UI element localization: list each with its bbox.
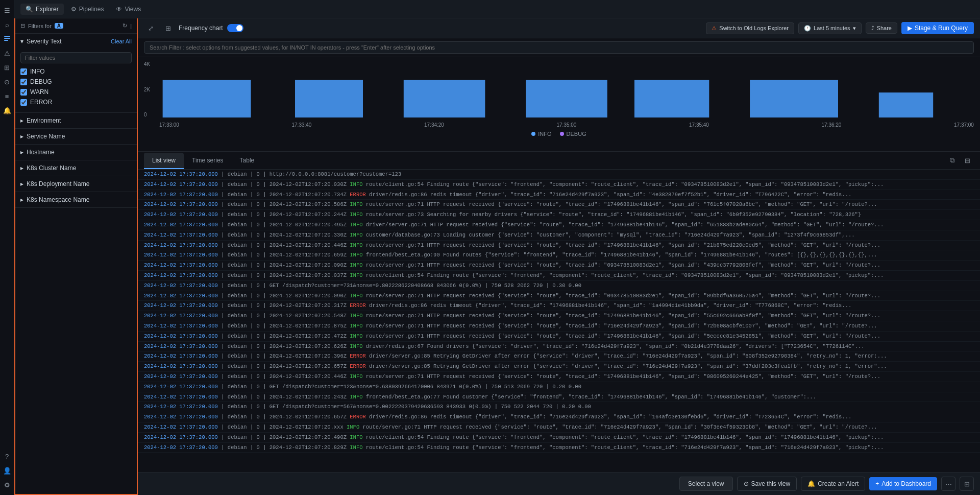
collapse-icon[interactable]: | (130, 23, 132, 29)
copy-icon[interactable]: ⧉ (945, 154, 959, 167)
clock-icon: 🕐 (804, 25, 811, 32)
log-row[interactable]: 2024-12-02 17:37:20.000 | debian | 0 | 2… (138, 332, 980, 342)
view-tab-icons: ⧉ ⊟ (945, 152, 974, 169)
log-row[interactable]: 2024-12-02 17:37:20.000 | debian | 0 | 2… (138, 372, 980, 382)
chevron-down-icon: ▾ (853, 25, 856, 32)
filter-header: ⊟ Filters for A ↻ | (15, 18, 137, 34)
settings-panel-icon[interactable]: ⊞ (161, 21, 175, 35)
log-row[interactable]: 2024-12-02 17:37:20.000 | debian | 0 | 2… (138, 271, 980, 281)
error-checkbox[interactable] (20, 99, 27, 106)
chart-x-labels: 17:33:00 17:33:40 17:34:20 17:35:00 17:3… (159, 122, 974, 128)
chart-y-labels: 4K 2K 0 (144, 61, 159, 117)
log-row[interactable]: 2024-12-02 17:37:20.000 | debian | 0 | 2… (138, 422, 980, 433)
log-row[interactable]: 2024-12-02 17:37:20.000 | debian | 0 | 2… (138, 180, 980, 190)
help-icon[interactable]: ? (1, 450, 13, 462)
service-name-header[interactable]: ▸ Service Name (15, 129, 137, 144)
info-checkbox[interactable] (20, 68, 27, 75)
log-row[interactable]: 2024-12-02 17:37:20.000 | debian | 0 | G… (138, 382, 980, 392)
k8s-namespace-header[interactable]: ▸ K8s Namespace Name (15, 192, 137, 207)
tab-time-series[interactable]: Time series (184, 153, 232, 169)
log-row[interactable]: 2024-12-02 17:37:20.000 | debian | 0 | 2… (138, 220, 980, 230)
log-row[interactable]: 2024-12-02 17:37:20.000 | debian | 0 | h… (138, 170, 980, 180)
create-alert-button[interactable]: 🔔 Create an Alert (801, 477, 865, 491)
severity-text-header[interactable]: ▾ Severity Text Clear All (15, 34, 137, 49)
tab-pipelines[interactable]: ⚙ Pipelines (66, 4, 109, 15)
plus-icon: + (875, 480, 879, 487)
log-row[interactable]: 2024-12-02 17:37:20.000 | debian | 0 | 2… (138, 443, 980, 453)
content-area: ⤢ ⊞ Frequency chart ⚠ Switch to Old Logs… (138, 18, 980, 495)
log-row[interactable]: 2024-12-02 17:37:20.000 | debian | 0 | 2… (138, 301, 980, 311)
menu-icon[interactable]: ☰ (1, 4, 13, 16)
log-row[interactable]: 2024-12-02 17:37:20.000 | debian | 0 | 2… (138, 342, 980, 352)
stage-run-button[interactable]: ▶ Stage & Run Query (901, 22, 974, 34)
top-nav: 🔍 Explorer ⚙ Pipelines 👁 Views (14, 0, 980, 18)
chart-area: 4K 2K 0 (138, 57, 980, 152)
warn-checkbox[interactable] (20, 89, 27, 96)
log-row[interactable]: 2024-12-02 17:37:20.000 | debian | 0 | 2… (138, 230, 980, 241)
environment-header[interactable]: ▸ Environment (15, 113, 137, 128)
dashboard-icon[interactable]: ⊞ (1, 61, 13, 74)
log-row[interactable]: 2024-12-02 17:37:20.000 | debian | 0 | 2… (138, 351, 980, 362)
add-dashboard-button[interactable]: + Add to Dashboard (869, 477, 937, 490)
checkbox-info: INFO (20, 66, 132, 77)
frequency-chart-toggle[interactable] (227, 24, 243, 32)
log-row[interactable]: 2024-12-02 17:37:20.000 | debian | 0 | 2… (138, 250, 980, 261)
alert-icon[interactable]: ⚠ (1, 47, 13, 59)
share-button[interactable]: ⤴ Share (866, 22, 897, 34)
columns-icon[interactable]: ⊟ (961, 154, 974, 167)
hostname-section: ▸ Hostname (15, 145, 137, 160)
log-row[interactable]: 2024-12-02 17:37:20.000 | debian | 0 | 2… (138, 311, 980, 321)
svg-rect-5 (404, 80, 485, 117)
checkbox-debug: DEBUG (20, 77, 132, 87)
debug-checkbox[interactable] (20, 79, 27, 85)
refresh-icon[interactable]: ↻ (122, 22, 127, 29)
chevron-right-icon: ▸ (20, 196, 23, 203)
search-input[interactable] (144, 41, 974, 54)
switch-old-logs-button[interactable]: ⚠ Switch to Old Logs Explorer (706, 22, 794, 34)
log-row[interactable]: 2024-12-02 17:37:20.000 | debian | 0 | 2… (138, 261, 980, 271)
tab-list-view[interactable]: List view (144, 153, 184, 169)
expand-icon[interactable]: ⤢ (144, 21, 157, 35)
clear-all-button[interactable]: Clear All (111, 38, 132, 44)
bell-icon[interactable]: 🔔 (1, 104, 13, 116)
k8s-cluster-header[interactable]: ▸ K8s Cluster Name (15, 160, 137, 176)
log-row[interactable]: 2024-12-02 17:37:20.000 | debian | 0 | 2… (138, 321, 980, 332)
user-icon[interactable]: 👤 (1, 464, 13, 477)
content-topbar: ⤢ ⊞ Frequency chart ⚠ Switch to Old Logs… (138, 18, 980, 38)
time-range-button[interactable]: 🕐 Last 5 minutes ▾ (798, 22, 862, 34)
log-row[interactable]: 2024-12-02 17:37:20.000 | debian | 0 | G… (138, 281, 980, 291)
warning-icon: ⚠ (712, 25, 717, 32)
log-row[interactable]: 2024-12-02 17:37:20.000 | debian | 0 | 2… (138, 210, 980, 220)
save-view-button[interactable]: ⊙ Save this view (737, 477, 797, 491)
tab-table[interactable]: Table (232, 153, 263, 169)
share-icon: ⤴ (871, 25, 874, 31)
log-row[interactable]: 2024-12-02 17:37:20.000 | debian | 0 | 2… (138, 291, 980, 301)
log-row[interactable]: 2024-12-02 17:37:20.000 | debian | 0 | 2… (138, 241, 980, 251)
tab-explorer[interactable]: 🔍 Explorer (20, 4, 64, 15)
tab-views[interactable]: 👁 Views (111, 4, 146, 15)
settings-icon[interactable]: ⚙ (1, 479, 13, 491)
search-icon[interactable]: ⌕ (1, 18, 13, 31)
integrations-icon[interactable]: ⊙ (1, 76, 13, 88)
log-row[interactable]: 2024-12-02 17:37:20.000 | debian | 0 | 2… (138, 433, 980, 443)
list-icon[interactable]: ≡ (1, 90, 13, 102)
view-tabs: List view Time series Table ⧉ ⊟ (138, 152, 980, 170)
filter-badge: A (55, 23, 63, 29)
log-row[interactable]: 2024-12-02 17:37:20.000 | debian | 0 | 2… (138, 392, 980, 403)
fullscreen-icon[interactable]: ⊞ (960, 477, 974, 491)
log-row[interactable]: 2024-12-02 17:37:20.000 | debian | 0 | 2… (138, 412, 980, 422)
logs-icon[interactable] (1, 33, 13, 45)
more-options-icon[interactable]: ⋯ (941, 477, 955, 491)
log-row[interactable]: 2024-12-02 17:37:20.000 | debian | 0 | 2… (138, 190, 980, 200)
log-content[interactable]: 2024-12-02 17:37:20.000 | debian | 0 | h… (138, 170, 980, 472)
filter-sidebar: ⊟ Filters for A ↻ | ▾ Severity Text Clea… (14, 18, 138, 495)
k8s-deployment-header[interactable]: ▸ K8s Deployment Name (15, 176, 137, 192)
info-dot (531, 132, 535, 136)
log-row[interactable]: 2024-12-02 17:37:20.000 | debian | 0 | G… (138, 402, 980, 412)
select-view-button[interactable]: Select a view (679, 477, 733, 491)
log-row[interactable]: 2024-12-02 17:37:20.000 | debian | 0 | 2… (138, 362, 980, 372)
hostname-header[interactable]: ▸ Hostname (15, 145, 137, 160)
log-row[interactable]: 2024-12-02 17:37:20.000 | debian | 0 | 2… (138, 200, 980, 210)
severity-filter-input[interactable] (20, 52, 132, 63)
chart-bars (159, 61, 974, 117)
